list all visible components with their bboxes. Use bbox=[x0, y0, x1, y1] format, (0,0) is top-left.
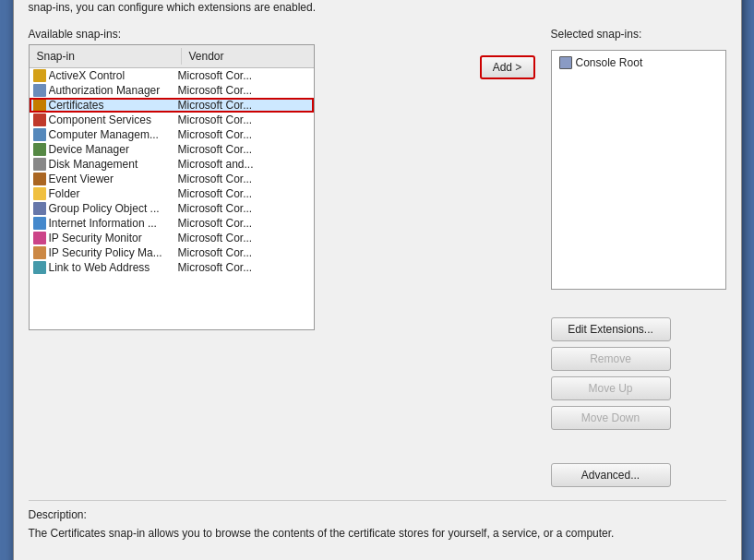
table-row[interactable]: IP Security Policy Ma... Microsoft Cor..… bbox=[30, 245, 314, 260]
header-vendor: Vendor bbox=[182, 48, 314, 65]
snapin-name: Link to Web Address bbox=[49, 261, 178, 274]
snapin-vendor: Microsoft Cor... bbox=[178, 99, 314, 112]
snapin-name: Computer Managem... bbox=[49, 128, 178, 141]
computer-icon bbox=[33, 128, 46, 141]
snapin-name: Folder bbox=[49, 187, 178, 200]
activex-icon bbox=[33, 69, 46, 82]
table-row[interactable]: IP Security Monitor Microsoft Cor... bbox=[30, 231, 314, 245]
add-button[interactable]: Add > bbox=[480, 55, 535, 79]
right-col: Selected snap-ins: Console Root Edit Ext… bbox=[551, 28, 726, 487]
table-row[interactable]: Folder Microsoft Cor... bbox=[30, 186, 314, 201]
selected-label: Selected snap-ins: bbox=[551, 28, 726, 41]
header-snapin: Snap-in bbox=[30, 48, 182, 65]
snapin-vendor: Microsoft Cor... bbox=[178, 261, 314, 274]
cert-icon bbox=[33, 99, 46, 112]
move-up-button[interactable]: Move Up bbox=[551, 376, 671, 400]
snapin-name: IP Security Policy Ma... bbox=[49, 246, 178, 259]
table-row[interactable]: Authorization Manager Microsoft Cor... bbox=[30, 83, 314, 98]
snapin-name: Internet Information ... bbox=[49, 217, 178, 230]
table-row[interactable]: Component Services Microsoft Cor... bbox=[30, 113, 314, 127]
table-row[interactable]: Link to Web Address Microsoft Cor... bbox=[30, 260, 314, 275]
console-icon bbox=[559, 56, 572, 69]
table-row[interactable]: Device Manager Microsoft Cor... bbox=[30, 142, 314, 157]
snapin-name: Device Manager bbox=[49, 143, 178, 156]
event-icon bbox=[33, 173, 46, 185]
component-icon bbox=[33, 113, 46, 126]
selected-item[interactable]: Console Root bbox=[556, 54, 722, 71]
ipsecpol-icon bbox=[33, 246, 46, 259]
table-row[interactable]: Computer Managem... Microsoft Cor... bbox=[30, 127, 314, 142]
snapin-vendor: Microsoft Cor... bbox=[178, 143, 314, 156]
snapin-vendor: Microsoft Cor... bbox=[178, 69, 314, 82]
snapin-name: ActiveX Control bbox=[49, 69, 178, 82]
snapin-name: Disk Management bbox=[49, 158, 178, 171]
advanced-button[interactable]: Advanced... bbox=[551, 463, 671, 487]
available-label: Available snap-ins: bbox=[29, 28, 464, 41]
ipsec-icon bbox=[33, 232, 46, 244]
snapin-vendor: Microsoft Cor... bbox=[178, 217, 314, 230]
available-table: Snap-in Vendor ActiveX Control Microsoft… bbox=[29, 44, 315, 330]
table-body[interactable]: ActiveX Control Microsoft Cor... Authori… bbox=[30, 68, 314, 329]
snapin-vendor: Microsoft Cor... bbox=[178, 84, 314, 97]
snapin-vendor: Microsoft Cor... bbox=[178, 202, 314, 215]
description-label: Description: bbox=[29, 508, 726, 521]
main-area: Available snap-ins: Snap-in Vendor Activ… bbox=[29, 28, 726, 487]
selected-item-name: Console Root bbox=[576, 56, 643, 69]
table-row[interactable]: Group Policy Object ... Microsoft Cor... bbox=[30, 201, 314, 216]
group-icon bbox=[33, 202, 46, 215]
move-down-button[interactable]: Move Down bbox=[551, 406, 671, 430]
snapin-name: Certificates bbox=[49, 99, 178, 112]
left-panel: Available snap-ins: Snap-in Vendor Activ… bbox=[29, 28, 464, 330]
table-row[interactable]: Disk Management Microsoft and... bbox=[30, 157, 314, 172]
snapin-vendor: Microsoft Cor... bbox=[178, 128, 314, 141]
selected-box: Console Root bbox=[551, 50, 726, 290]
snapin-vendor: Microsoft Cor... bbox=[178, 187, 314, 200]
remove-button[interactable]: Remove bbox=[551, 347, 671, 371]
table-row[interactable]: Internet Information ... Microsoft Cor..… bbox=[30, 216, 314, 231]
link-icon bbox=[33, 261, 46, 274]
description-section: Description: The Certificates snap-in al… bbox=[29, 500, 726, 560]
auth-icon bbox=[33, 84, 46, 97]
side-buttons: Edit Extensions... Remove Move Up Move D… bbox=[551, 317, 726, 487]
snapin-vendor: Microsoft Cor... bbox=[178, 173, 314, 185]
description-content: The Certificates snap-in allows you to b… bbox=[29, 525, 726, 560]
header-description: You can select snap-ins for this console… bbox=[29, 0, 726, 15]
snapin-name: Component Services bbox=[49, 113, 178, 126]
disk-icon bbox=[33, 158, 46, 171]
table-header: Snap-in Vendor bbox=[30, 45, 314, 68]
snapin-name: IP Security Monitor bbox=[49, 232, 178, 244]
table-row[interactable]: ActiveX Control Microsoft Cor... bbox=[30, 68, 314, 83]
snapin-name: Group Policy Object ... bbox=[49, 202, 178, 215]
internet-icon bbox=[33, 217, 46, 230]
edit-extensions-button[interactable]: Edit Extensions... bbox=[551, 317, 671, 341]
table-row[interactable]: Certificates Microsoft Cor... bbox=[30, 98, 314, 113]
snapin-name: Authorization Manager bbox=[49, 84, 178, 97]
folder-icon bbox=[33, 187, 46, 200]
dialog: Add or Remove Snap-ins ✕ You can select … bbox=[13, 0, 742, 560]
right-panel: Selected snap-ins: Console Root bbox=[551, 28, 726, 290]
table-row[interactable]: Event Viewer Microsoft Cor... bbox=[30, 172, 314, 186]
snapin-vendor: Microsoft Cor... bbox=[178, 113, 314, 126]
snapin-name: Event Viewer bbox=[49, 173, 178, 185]
snapin-vendor: Microsoft Cor... bbox=[178, 246, 314, 259]
snapin-vendor: Microsoft and... bbox=[178, 158, 314, 171]
middle-panel: Add > bbox=[475, 28, 540, 79]
device-icon bbox=[33, 143, 46, 156]
snapin-vendor: Microsoft Cor... bbox=[178, 232, 314, 244]
